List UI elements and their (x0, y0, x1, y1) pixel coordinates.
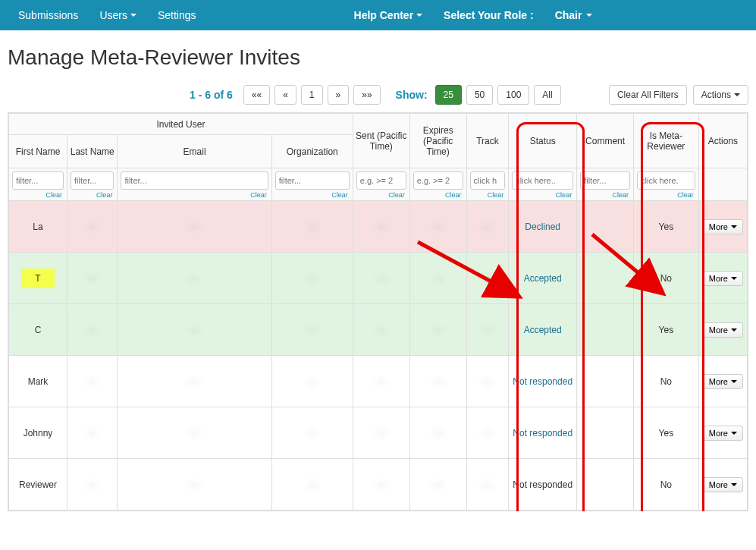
nav-users[interactable]: Users (89, 0, 147, 30)
actions-label: Actions (701, 90, 731, 100)
chevron-down-icon (731, 225, 737, 228)
filter-status[interactable] (512, 171, 573, 190)
cell-organization: — (271, 459, 353, 511)
cell-comment (577, 253, 634, 304)
nav-help-label: Help Center (354, 9, 414, 21)
more-button[interactable]: More (703, 219, 743, 234)
cell-status[interactable]: Not responded (509, 356, 577, 407)
more-button[interactable]: More (703, 426, 743, 441)
header-status[interactable]: Status (509, 114, 577, 168)
cell-status[interactable]: Accepted (509, 304, 577, 356)
filter-first-name[interactable] (12, 171, 64, 190)
clear-filter-link[interactable]: Clear (512, 191, 573, 199)
cell-last-name: — (67, 459, 118, 511)
cell-comment (577, 356, 634, 407)
cell-is-meta: No (634, 459, 699, 511)
header-last-name[interactable]: Last Name (67, 135, 118, 168)
show-50-button[interactable]: 50 (466, 85, 493, 105)
cell-expires: — (409, 356, 466, 407)
filter-last-name[interactable] (71, 171, 114, 190)
nav-help-center[interactable]: Help Center (343, 0, 434, 30)
header-expires[interactable]: Expires (Pacific Time) (409, 114, 466, 168)
cell-organization: — (271, 304, 353, 356)
cell-expires: — (409, 459, 466, 511)
show-25-button[interactable]: 25 (435, 85, 462, 105)
cell-track: — (466, 459, 509, 511)
cell-is-meta: No (634, 356, 699, 407)
cell-last-name: — (67, 407, 118, 459)
cell-actions: More (698, 201, 747, 253)
clear-filter-link[interactable]: Clear (470, 191, 506, 199)
clear-filter-link[interactable]: Clear (121, 191, 268, 199)
pager-first-button[interactable]: «« (243, 85, 270, 105)
pager-prev-button[interactable]: « (274, 85, 296, 105)
cell-comment (577, 201, 634, 253)
cell-first-name: Johnny (9, 407, 67, 459)
pager-page-button[interactable]: 1 (301, 85, 323, 105)
clear-filter-link[interactable]: Clear (12, 191, 64, 199)
cell-comment (577, 459, 634, 511)
clear-filter-link[interactable]: Clear (71, 191, 114, 199)
cell-status[interactable]: Declined (509, 201, 577, 253)
header-sent[interactable]: Sent (Pacific Time) (353, 114, 409, 168)
clear-filter-link[interactable]: Clear (275, 191, 350, 199)
invites-table: Invited User Sent (Pacific Time) Expires… (8, 113, 748, 511)
pager-next-button[interactable]: » (328, 85, 350, 105)
clear-filter-link[interactable]: Clear (637, 191, 695, 199)
cell-last-name: — (67, 253, 118, 304)
cell-expires: — (409, 407, 466, 459)
clear-all-filters-button[interactable]: Clear All Filters (609, 85, 687, 105)
cell-last-name: — (67, 201, 118, 253)
cell-actions: More (698, 407, 747, 459)
cell-last-name: — (67, 356, 118, 407)
filter-sent[interactable] (356, 171, 406, 190)
more-button[interactable]: More (703, 477, 743, 492)
table-row: La——————DeclinedYesMore (9, 201, 748, 253)
cell-first-name: Mark (9, 356, 67, 407)
cell-first-name: La (9, 201, 67, 253)
nav-submissions[interactable]: Submissions (8, 0, 89, 30)
cell-status[interactable]: Accepted (509, 253, 577, 304)
nav-settings[interactable]: Settings (147, 0, 207, 30)
show-all-button[interactable]: All (534, 85, 560, 105)
chevron-down-icon (731, 432, 737, 435)
cell-email: — (118, 201, 271, 253)
cell-expires: — (409, 201, 466, 253)
cell-first-name: T (9, 253, 67, 304)
header-track[interactable]: Track (466, 114, 509, 168)
header-is-meta[interactable]: Is Meta-Reviewer (634, 114, 699, 168)
filter-email[interactable] (121, 171, 268, 190)
more-button[interactable]: More (703, 271, 743, 286)
more-button[interactable]: More (703, 322, 743, 338)
nav-select-role-label: Select Your Role : (433, 0, 544, 30)
filter-comment[interactable] (580, 171, 630, 190)
header-email[interactable]: Email (118, 135, 271, 168)
filter-is-meta[interactable] (637, 171, 695, 190)
chevron-down-icon (731, 483, 737, 486)
cell-email: — (118, 356, 271, 407)
top-nav: Submissions Users Settings Help Center S… (0, 0, 756, 30)
cell-actions: More (698, 253, 747, 304)
pager-last-button[interactable]: »» (353, 85, 380, 105)
clear-filter-link[interactable]: Clear (580, 191, 630, 199)
cell-status: Not responded (509, 459, 577, 511)
cell-status[interactable]: Not responded (509, 407, 577, 459)
header-first-name[interactable]: First Name (9, 135, 67, 168)
cell-organization: — (271, 407, 353, 459)
nav-role-selector[interactable]: Chair (544, 0, 604, 30)
show-100-button[interactable]: 100 (497, 85, 529, 105)
clear-filter-link[interactable]: Clear (413, 191, 463, 199)
cell-first-name: C (9, 304, 67, 356)
cell-track: — (466, 356, 509, 407)
filter-expires[interactable] (413, 171, 463, 190)
cell-last-name: — (67, 304, 118, 356)
more-button[interactable]: More (703, 374, 743, 389)
show-label: Show: (396, 89, 428, 101)
header-organization[interactable]: Organization (271, 135, 353, 168)
header-actions: Actions (698, 114, 747, 168)
actions-dropdown-button[interactable]: Actions (693, 85, 748, 105)
filter-track[interactable] (470, 171, 506, 190)
header-comment[interactable]: Comment (577, 114, 634, 168)
filter-organization[interactable] (275, 171, 350, 190)
clear-filter-link[interactable]: Clear (356, 191, 406, 199)
